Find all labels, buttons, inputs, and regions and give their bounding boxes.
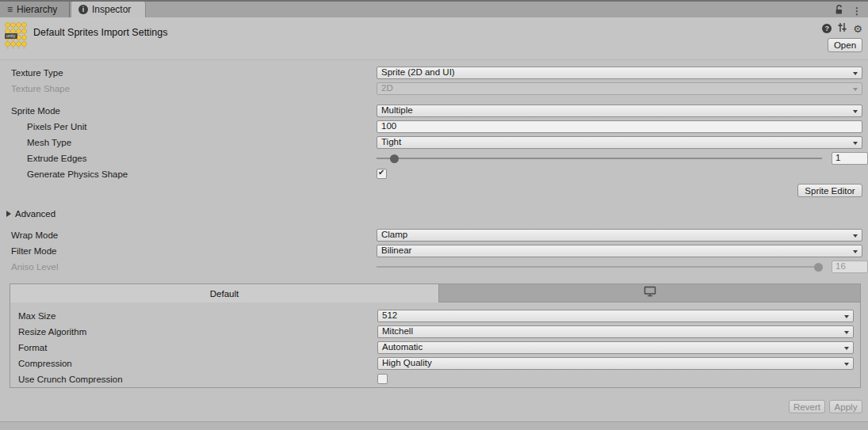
row-use-crunch-compression: Use Crunch Compression xyxy=(10,373,860,386)
info-icon: i xyxy=(78,5,88,14)
inspector-header: unity Default Sprites Import Settings ? … xyxy=(0,17,868,60)
texture-shape-label: Texture Shape xyxy=(11,82,70,95)
use-crunch-compression-label: Use Crunch Compression xyxy=(18,373,123,386)
row-pixels-per-unit: Pixels Per Unit 100 xyxy=(0,120,868,133)
row-generate-physics-shape: Generate Physics Shape xyxy=(0,168,868,181)
pixels-per-unit-input[interactable]: 100 xyxy=(377,120,862,133)
aniso-level-label: Aniso Level xyxy=(11,261,58,273)
row-filter-mode: Filter Mode Bilinear xyxy=(0,245,868,257)
lock-icon[interactable] xyxy=(835,4,843,18)
tab-inspector-label: Inspector xyxy=(92,4,131,15)
aniso-level-value: 16 xyxy=(832,261,868,273)
row-compression: Compression High Quality xyxy=(10,357,860,370)
row-sprite-mode: Sprite Mode Multiple xyxy=(0,105,868,117)
filter-mode-dropdown[interactable]: Bilinear xyxy=(377,245,862,257)
tabbar-actions: ⋮ xyxy=(835,4,862,18)
platform-settings-panel: Default Max Size 512 Resize Algorithm Mi… xyxy=(10,283,861,388)
aniso-level-slider xyxy=(377,266,822,268)
row-wrap-mode: Wrap Mode Clamp xyxy=(0,229,868,242)
pixels-per-unit-label: Pixels Per Unit xyxy=(27,120,86,133)
compression-dropdown[interactable]: High Quality xyxy=(377,357,854,370)
format-dropdown[interactable]: Automatic xyxy=(377,341,854,354)
tab-bar: ≡ Hierarchy i Inspector ⋮ xyxy=(0,0,868,17)
extrude-edges-slider-handle[interactable] xyxy=(390,154,399,163)
sprite-sheet-thumbnail-icon: unity xyxy=(5,22,27,48)
row-format: Format Automatic xyxy=(10,341,860,354)
tab-inspector[interactable]: i Inspector xyxy=(71,2,146,17)
tab-hierarchy-label: Hierarchy xyxy=(17,4,57,15)
revert-button[interactable]: Revert xyxy=(789,400,825,413)
presets-icon[interactable] xyxy=(837,21,847,36)
row-resize-algorithm: Resize Algorithm Mitchell xyxy=(10,325,860,338)
texture-type-label: Texture Type xyxy=(11,67,63,79)
row-extrude-edges: Extrude Edges 1 xyxy=(0,152,868,165)
format-label: Format xyxy=(18,341,47,354)
mesh-type-dropdown[interactable]: Tight xyxy=(377,136,862,149)
filter-mode-label: Filter Mode xyxy=(11,245,57,257)
platform-tab-default[interactable]: Default xyxy=(10,284,439,303)
platform-tabs: Default xyxy=(10,284,860,303)
open-button[interactable]: Open xyxy=(828,38,862,52)
monitor-icon xyxy=(644,286,656,300)
row-texture-type: Texture Type Sprite (2D and UI) xyxy=(0,67,868,79)
max-size-label: Max Size xyxy=(18,310,55,322)
hierarchy-list-icon: ≡ xyxy=(7,5,13,14)
sprite-mode-dropdown[interactable]: Multiple xyxy=(377,105,862,117)
header-icons: ? ⚙ xyxy=(822,21,862,36)
page-title: Default Sprites Import Settings xyxy=(33,27,168,38)
sprite-editor-button[interactable]: Sprite Editor xyxy=(797,184,862,197)
window-bottom-edge xyxy=(0,421,868,430)
extrude-edges-value-input[interactable]: 1 xyxy=(832,152,868,165)
resize-algorithm-dropdown[interactable]: Mitchell xyxy=(377,325,854,338)
use-crunch-compression-checkbox[interactable] xyxy=(377,374,388,384)
unity-watermark: unity xyxy=(5,33,17,39)
apply-button[interactable]: Apply xyxy=(829,400,862,413)
kebab-menu-icon[interactable]: ⋮ xyxy=(852,6,862,17)
gear-icon[interactable]: ⚙ xyxy=(853,24,862,34)
generate-physics-shape-label: Generate Physics Shape xyxy=(27,168,128,181)
advanced-foldout-label: Advanced xyxy=(15,209,55,219)
mesh-type-label: Mesh Type xyxy=(27,136,71,149)
aniso-level-slider-handle xyxy=(814,263,823,272)
extrude-edges-label: Extrude Edges xyxy=(27,152,86,165)
row-texture-shape: Texture Shape 2D xyxy=(0,82,868,95)
row-max-size: Max Size 512 xyxy=(10,310,860,322)
platform-tab-standalone[interactable] xyxy=(439,284,860,303)
row-aniso-level: Aniso Level 16 xyxy=(0,261,868,273)
tab-hierarchy[interactable]: ≡ Hierarchy xyxy=(0,2,70,17)
advanced-foldout[interactable]: Advanced xyxy=(6,207,55,220)
resize-algorithm-label: Resize Algorithm xyxy=(18,325,86,338)
wrap-mode-label: Wrap Mode xyxy=(11,229,58,242)
generate-physics-shape-checkbox[interactable] xyxy=(377,169,387,179)
compression-label: Compression xyxy=(18,357,72,370)
max-size-dropdown[interactable]: 512 xyxy=(377,310,854,322)
sprite-mode-label: Sprite Mode xyxy=(11,105,60,117)
help-icon[interactable]: ? xyxy=(822,24,832,33)
extrude-edges-slider[interactable] xyxy=(377,158,822,159)
texture-shape-dropdown: 2D xyxy=(377,82,862,95)
wrap-mode-dropdown[interactable]: Clamp xyxy=(377,229,862,242)
unity-inspector-window: ≡ Hierarchy i Inspector ⋮ unity Default … xyxy=(0,0,868,430)
texture-type-dropdown[interactable]: Sprite (2D and UI) xyxy=(377,67,862,79)
row-mesh-type: Mesh Type Tight xyxy=(0,136,868,149)
foldout-arrow-icon xyxy=(6,211,11,217)
